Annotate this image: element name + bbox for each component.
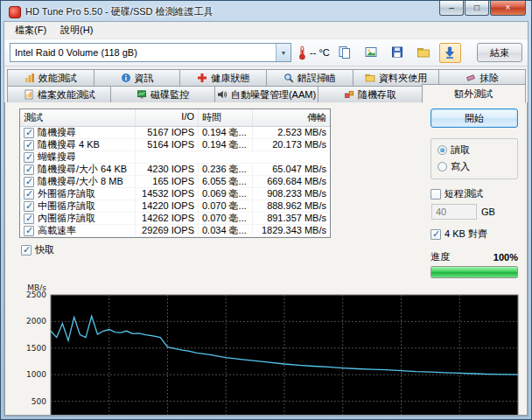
start-button[interactable]: 開始 (430, 108, 518, 128)
upper-section: 測試 I/O 時間 傳輸 隨機搜尋 5167 IOPS 0.194 毫... 2… (19, 108, 518, 278)
tab-label: 錯誤掃瞄 (298, 72, 336, 85)
column-header-time[interactable]: 時間 (199, 109, 253, 126)
align-option[interactable]: 4 KB 對齊 (430, 228, 518, 241)
tab-aam[interactable]: 自動噪聲管理(AAM) (214, 86, 318, 103)
write-radio[interactable] (438, 162, 447, 172)
cache-checkbox[interactable] (21, 245, 32, 256)
row-checkbox[interactable] (24, 201, 34, 212)
menu-help[interactable]: 說明(H) (53, 22, 100, 38)
row-checkbox[interactable] (24, 214, 34, 224)
close-icon: × (506, 4, 511, 12)
align-checkbox[interactable] (430, 229, 441, 240)
tab-row-2: 檔案效能測試 磁碟監控 自動噪聲管理(AAM (7, 86, 525, 102)
update-download-button[interactable] (439, 43, 461, 63)
tab-file-benchmark[interactable]: 檔案效能測試 (7, 86, 111, 103)
maximize-icon: □ (474, 4, 480, 12)
row-checkbox[interactable] (24, 140, 34, 150)
read-option[interactable]: 讀取 (438, 144, 511, 157)
read-radio[interactable] (438, 145, 447, 155)
start-button-label: 開始 (465, 112, 484, 125)
tab-info[interactable]: 資訊 (94, 69, 181, 87)
tab-health[interactable]: 健康狀態 (179, 69, 267, 87)
io-value: 5167 IOPS (136, 127, 199, 138)
row-checkbox[interactable] (24, 189, 34, 200)
title-bar[interactable]: HD Tune Pro 5.50 - 硬碟/SSD 檢測維護工具 – □ × (4, 1, 528, 21)
transfer-value: 1829.343 MB/s (253, 225, 330, 236)
drive-select-combobox[interactable]: Intel Raid 0 Volume (118 gB) ▼ (10, 43, 291, 62)
copy-screenshot-button[interactable] (360, 43, 382, 63)
column-header-io[interactable]: I/O (136, 109, 199, 126)
transfer-value: 669.684 MB/s (253, 176, 330, 187)
chevron-down-icon[interactable]: ▼ (276, 44, 290, 61)
tab-extra-tests[interactable]: 額外測試 (422, 84, 526, 103)
table-row[interactable]: 隨機搜尋/大小 64 KB 4230 IOPS 0.236 毫... 65.04… (20, 164, 330, 176)
results-area: 測試 I/O 時間 傳輸 隨機搜尋 5167 IOPS 0.194 毫... 2… (19, 108, 331, 258)
tab-label: 隨機存取 (358, 88, 396, 102)
menu-file[interactable]: 檔案(F) (8, 22, 53, 38)
transfer-value: 888.962 MB/s (253, 200, 330, 212)
table-row[interactable]: 隨機搜尋 4 KB 5164 IOPS 0.194 毫... 20.173 MB… (20, 139, 330, 151)
progress-bar (430, 266, 518, 278)
table-row[interactable]: 隨機搜尋 5167 IOPS 0.194 毫... 2.523 MB/s (20, 127, 330, 139)
table-row[interactable]: 內圈循序讀取 14262 IOPS 0.070 毫... 891.357 MB/… (20, 213, 330, 225)
copy-text-button[interactable] (334, 43, 356, 63)
time-value: 0.034 毫... (199, 225, 253, 236)
menu-bar: 檔案(F) 說明(H) (4, 22, 528, 39)
chart-area: 050010001500200025000816243240485664MBMB… (19, 284, 518, 416)
progress-label: 進度 (430, 250, 450, 263)
table-row[interactable]: 隨機搜尋/大小 8 MB 165 IOPS 6.055 毫... 669.684… (20, 176, 330, 188)
write-option[interactable]: 寫入 (438, 160, 511, 173)
short-test-checkbox[interactable] (430, 189, 441, 200)
folder-icon (416, 46, 430, 60)
table-row[interactable]: 高載速率 29269 IOPS 0.034 毫... 1829.343 MB/s (20, 225, 330, 237)
time-value: 0.070 毫... (199, 213, 253, 224)
throughput-chart: 050010001500200025000816243240485664MBMB… (19, 284, 522, 416)
floppy-disk-icon (390, 46, 404, 60)
speaker-icon (217, 89, 228, 100)
tab-label: 資訊 (135, 72, 154, 85)
exit-button-label: 結束 (490, 46, 509, 60)
table-row[interactable]: 外圈循序讀取 14532 IOPS 0.069 毫... 908.233 MB/… (20, 188, 330, 200)
tab-label: 抹除 (480, 72, 499, 85)
table-row[interactable]: 中圈循序讀取 14220 IOPS 0.070 毫... 888.962 MB/… (20, 200, 330, 213)
minimize-icon: – (449, 4, 454, 12)
folder-icon (365, 73, 375, 83)
row-checkbox[interactable] (24, 226, 34, 236)
file-benchmark-icon (24, 89, 34, 100)
close-button[interactable]: × (490, 1, 526, 16)
drive-select-value: Intel Raid 0 Volume (118 gB) (10, 47, 276, 58)
transfer-value: 908.233 MB/s (253, 188, 330, 200)
y-axis-tick-label: 1000 (26, 370, 46, 379)
tab-label: 額外測試 (454, 88, 493, 101)
column-header-transfer[interactable]: 傳輸 (253, 109, 330, 126)
results-table: 測試 I/O 時間 傳輸 隨機搜尋 5167 IOPS 0.194 毫... 2… (19, 108, 331, 238)
test-name: 隨機搜尋 4 KB (38, 139, 100, 150)
image-icon (364, 46, 378, 60)
progress-value: 100% (494, 252, 518, 262)
time-value: 6.055 毫... (199, 176, 253, 187)
maximize-button[interactable]: □ (465, 1, 489, 16)
time-value: 0.194 毫... (199, 139, 253, 150)
tab-benchmark[interactable]: 效能測試 (7, 69, 94, 87)
row-checkbox[interactable] (24, 152, 34, 163)
cache-option[interactable]: 快取 (21, 243, 331, 256)
minimize-button[interactable]: – (439, 1, 464, 16)
short-test-size-input[interactable] (431, 204, 477, 220)
short-test-option[interactable]: 短程測試 (430, 187, 518, 200)
tab-strip: 效能測試 資訊 健康狀態 (4, 66, 528, 102)
test-name: 高載速率 (38, 225, 76, 236)
tab-random-access[interactable]: 隨機存取 (318, 86, 422, 103)
row-checkbox[interactable] (24, 164, 34, 175)
table-row[interactable]: 蝴蝶搜尋 (20, 151, 330, 164)
exit-button[interactable]: 結束 (477, 43, 522, 62)
tab-disk-monitor[interactable]: 磁碟監控 (110, 86, 214, 103)
tab-label: 磁碟監控 (150, 88, 189, 102)
open-folder-button[interactable] (413, 43, 435, 63)
io-value: 29269 IOPS (136, 225, 199, 236)
save-screenshot-button[interactable] (387, 43, 409, 63)
io-value: 14262 IOPS (136, 213, 199, 224)
row-checkbox[interactable] (24, 177, 34, 187)
tab-error-scan[interactable]: 錯誤掃瞄 (266, 69, 354, 87)
row-checkbox[interactable] (24, 128, 34, 138)
column-header-test[interactable]: 測試 (20, 109, 136, 126)
